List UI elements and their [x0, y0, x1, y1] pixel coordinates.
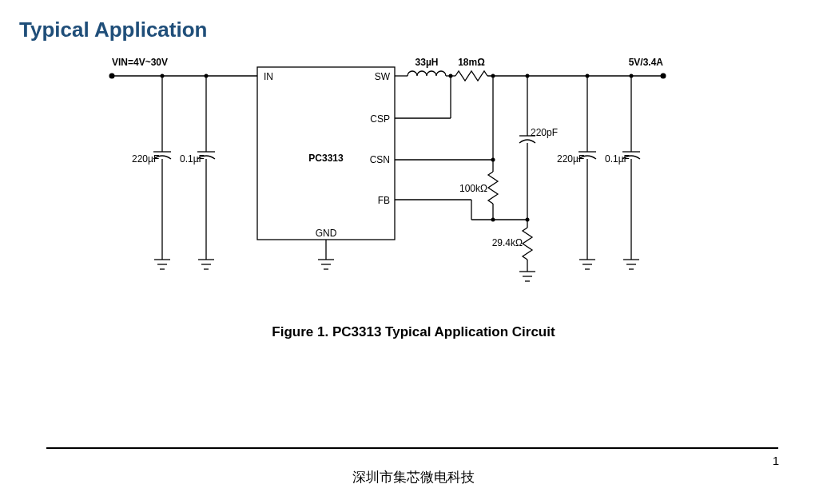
- svg-text:CSP: CSP: [370, 113, 390, 125]
- svg-point-36: [661, 73, 666, 79]
- svg-point-57: [491, 218, 495, 222]
- svg-text:FB: FB: [378, 195, 390, 206]
- svg-text:0.1µF: 0.1µF: [180, 153, 205, 165]
- svg-text:GND: GND: [316, 228, 337, 239]
- svg-point-0: [109, 73, 115, 79]
- svg-text:18mΩ: 18mΩ: [458, 57, 485, 68]
- svg-text:5V/3.4A: 5V/3.4A: [629, 57, 664, 68]
- circuit-diagram: VIN=4V~30V 220µF 0.1µF PC3313 IN SW CSP …: [104, 48, 719, 319]
- svg-text:IN: IN: [264, 71, 273, 82]
- footer-text: 深圳市集芯微电科技: [0, 468, 827, 486]
- svg-text:0.1µF: 0.1µF: [605, 153, 630, 165]
- svg-point-52: [526, 74, 530, 78]
- svg-text:100kΩ: 100kΩ: [459, 183, 487, 194]
- page-number: 1: [773, 454, 779, 467]
- svg-text:VIN=4V~30V: VIN=4V~30V: [112, 57, 168, 68]
- figure-caption: Figure 1. PC3313 Typical Application Cir…: [0, 324, 827, 340]
- svg-point-40: [449, 74, 453, 78]
- svg-text:220pF: 220pF: [531, 127, 558, 138]
- svg-text:33µH: 33µH: [415, 57, 439, 68]
- svg-text:PC3313: PC3313: [308, 153, 344, 164]
- section-title: Typical Application: [0, 0, 827, 42]
- svg-text:29.4kΩ: 29.4kΩ: [492, 237, 523, 248]
- svg-text:220µF: 220µF: [132, 153, 159, 165]
- svg-point-43: [491, 74, 495, 78]
- footer-divider: [46, 447, 778, 449]
- svg-text:SW: SW: [375, 71, 391, 82]
- svg-text:220µF: 220µF: [557, 153, 584, 165]
- svg-text:CSN: CSN: [370, 154, 390, 165]
